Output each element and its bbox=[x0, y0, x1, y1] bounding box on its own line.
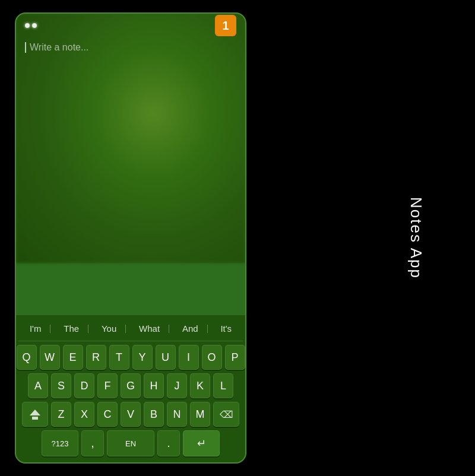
key-c[interactable]: C bbox=[97, 402, 118, 427]
suggestions-row: I'm The You What And It's bbox=[18, 320, 243, 341]
suggestion-its[interactable]: It's bbox=[216, 322, 236, 335]
key-l[interactable]: L bbox=[213, 373, 233, 398]
status-dots bbox=[25, 23, 37, 28]
key-j[interactable]: J bbox=[167, 373, 187, 398]
suggestion-you[interactable]: You bbox=[97, 322, 121, 335]
phone-container: 1 Write a note... I'm The You What And I… bbox=[0, 0, 261, 476]
numbers-key[interactable]: ?123 bbox=[42, 430, 78, 456]
key-s[interactable]: S bbox=[51, 373, 71, 398]
key-row-1: Q W E R T Y U I O P bbox=[18, 345, 243, 370]
status-bar: 1 bbox=[16, 14, 245, 37]
period-key[interactable]: . bbox=[157, 430, 180, 456]
key-x[interactable]: X bbox=[74, 402, 94, 427]
key-row-3: Z X C V B N M ⌫ bbox=[18, 402, 243, 427]
key-d[interactable]: D bbox=[74, 373, 94, 398]
note-area[interactable]: Write a note... bbox=[16, 37, 245, 315]
key-m[interactable]: M bbox=[190, 402, 210, 427]
notification-badge[interactable]: 1 bbox=[215, 15, 236, 36]
key-g[interactable]: G bbox=[121, 373, 141, 398]
key-v[interactable]: V bbox=[121, 402, 141, 427]
backspace-key[interactable]: ⌫ bbox=[213, 402, 239, 427]
status-dot-2 bbox=[32, 23, 37, 28]
suggestion-and[interactable]: And bbox=[178, 322, 203, 335]
key-b[interactable]: B bbox=[144, 402, 164, 427]
language-key[interactable]: EN bbox=[107, 430, 154, 456]
suggestion-im[interactable]: I'm bbox=[25, 322, 46, 335]
keyboard-area: I'm The You What And It's Q W E R T Y U … bbox=[16, 315, 245, 462]
status-dot-1 bbox=[25, 23, 30, 28]
key-row-2: A S D F G H J K L bbox=[18, 373, 243, 398]
key-i[interactable]: I bbox=[179, 345, 199, 370]
phone-screen: 1 Write a note... I'm The You What And I… bbox=[15, 12, 246, 464]
key-o[interactable]: O bbox=[202, 345, 222, 370]
suggestion-the[interactable]: The bbox=[59, 322, 84, 335]
shift-key[interactable] bbox=[22, 402, 48, 427]
key-r[interactable]: R bbox=[86, 345, 106, 370]
backspace-icon: ⌫ bbox=[220, 409, 233, 420]
key-k[interactable]: K bbox=[190, 373, 210, 398]
key-z[interactable]: Z bbox=[51, 402, 71, 427]
key-e[interactable]: E bbox=[63, 345, 83, 370]
key-h[interactable]: H bbox=[144, 373, 164, 398]
key-p[interactable]: P bbox=[225, 345, 245, 370]
enter-key[interactable]: ↵ bbox=[183, 430, 220, 456]
key-n[interactable]: N bbox=[167, 402, 187, 427]
key-w[interactable]: W bbox=[40, 345, 60, 370]
note-placeholder[interactable]: Write a note... bbox=[25, 42, 236, 53]
key-a[interactable]: A bbox=[28, 373, 48, 398]
suggestion-what[interactable]: What bbox=[134, 322, 164, 335]
shift-arrow-icon bbox=[30, 410, 40, 415]
bottom-row: ?123 , EN . ↵ bbox=[18, 430, 243, 456]
key-q[interactable]: Q bbox=[17, 345, 37, 370]
key-u[interactable]: U bbox=[156, 345, 176, 370]
app-side-label: Notes App bbox=[407, 197, 426, 279]
key-t[interactable]: T bbox=[109, 345, 129, 370]
comma-key[interactable]: , bbox=[81, 430, 104, 456]
shift-base-icon bbox=[32, 417, 38, 420]
enter-icon: ↵ bbox=[197, 437, 206, 450]
key-f[interactable]: F bbox=[97, 373, 118, 398]
key-y[interactable]: Y bbox=[132, 345, 153, 370]
